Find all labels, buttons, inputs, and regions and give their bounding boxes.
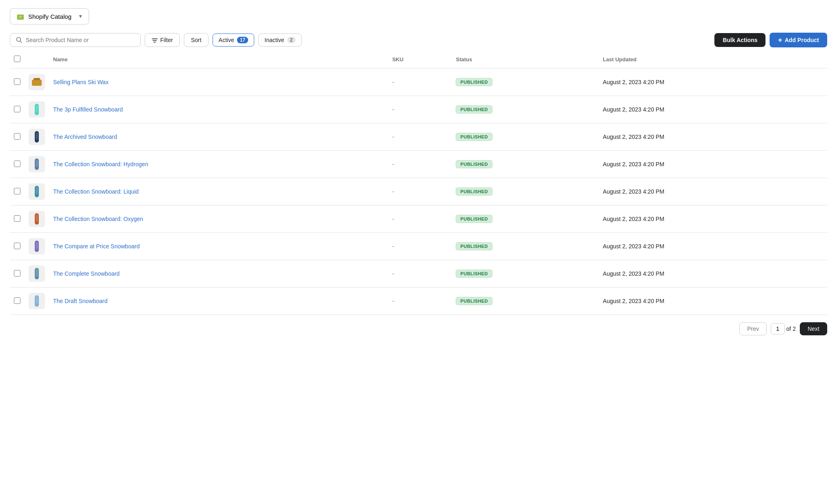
row-checkbox-1[interactable] xyxy=(14,106,20,112)
product-thumbnail xyxy=(29,293,45,309)
status-badge: PUBLISHED xyxy=(456,133,492,141)
row-checkbox-7[interactable] xyxy=(14,270,20,277)
sort-label: Sort xyxy=(191,37,201,43)
row-name[interactable]: The Compare at Price Snowboard xyxy=(49,233,388,260)
row-name[interactable]: The Collection Snowboard: Hydrogen xyxy=(49,151,388,178)
row-checkbox-4[interactable] xyxy=(14,188,20,194)
row-status: PUBLISHED xyxy=(452,123,599,151)
row-sku: - xyxy=(388,123,452,151)
product-thumbnail xyxy=(29,211,45,227)
row-thumb-cell xyxy=(25,96,49,123)
table-row: The Archived Snowboard - PUBLISHED Augus… xyxy=(10,123,827,151)
row-last-updated: August 2, 2023 4:20 PM xyxy=(599,69,827,96)
row-status: PUBLISHED xyxy=(452,151,599,178)
search-input[interactable] xyxy=(26,37,134,43)
row-name[interactable]: The Archived Snowboard xyxy=(49,123,388,151)
row-checkbox-cell[interactable] xyxy=(10,288,25,315)
svg-rect-0 xyxy=(17,14,24,20)
product-thumbnail xyxy=(29,74,45,90)
row-checkbox-cell[interactable] xyxy=(10,260,25,288)
inactive-tab[interactable]: Inactive 2 xyxy=(258,33,302,47)
bulk-actions-button[interactable]: Bulk Actions xyxy=(714,33,765,47)
table-row: The Draft Snowboard - PUBLISHED August 2… xyxy=(10,288,827,315)
svg-rect-23 xyxy=(36,297,38,304)
svg-rect-9 xyxy=(36,105,38,112)
row-status: PUBLISHED xyxy=(452,233,599,260)
row-sku: - xyxy=(388,178,452,205)
row-status: PUBLISHED xyxy=(452,288,599,315)
status-badge: PUBLISHED xyxy=(456,187,492,196)
row-checkbox-5[interactable] xyxy=(14,215,20,222)
catalog-selector[interactable]: Shopify Catalog ▼ xyxy=(10,8,89,25)
row-checkbox-3[interactable] xyxy=(14,161,20,167)
table-row: The Compare at Price Snowboard - PUBLISH… xyxy=(10,233,827,260)
row-checkbox-cell[interactable] xyxy=(10,205,25,233)
row-last-updated: August 2, 2023 4:20 PM xyxy=(599,151,827,178)
row-checkbox-cell[interactable] xyxy=(10,123,25,151)
row-last-updated: August 2, 2023 4:20 PM xyxy=(599,288,827,315)
row-sku: - xyxy=(388,69,452,96)
row-checkbox-cell[interactable] xyxy=(10,69,25,96)
chevron-down-icon: ▼ xyxy=(78,13,83,19)
col-last-updated: Last Updated xyxy=(599,51,827,69)
row-sku: - xyxy=(388,96,452,123)
row-name[interactable]: Selling Plans Ski Wax xyxy=(49,69,388,96)
row-last-updated: August 2, 2023 4:20 PM xyxy=(599,96,827,123)
row-thumb-cell xyxy=(25,123,49,151)
row-thumb-cell xyxy=(25,233,49,260)
inactive-tab-label: Inactive xyxy=(264,37,284,43)
row-sku: - xyxy=(388,260,452,288)
row-thumb-cell xyxy=(25,151,49,178)
svg-rect-6 xyxy=(32,80,42,86)
row-checkbox-cell[interactable] xyxy=(10,178,25,205)
next-button[interactable]: Next xyxy=(800,322,827,335)
svg-rect-17 xyxy=(36,214,38,222)
row-checkbox-cell[interactable] xyxy=(10,151,25,178)
table-row: The Collection Snowboard: Liquid - PUBLI… xyxy=(10,178,827,205)
row-thumb-cell xyxy=(25,69,49,96)
active-tab[interactable]: Active 17 xyxy=(213,33,254,47)
row-name[interactable]: The Collection Snowboard: Oxygen xyxy=(49,205,388,233)
sort-button[interactable]: Sort xyxy=(184,33,208,47)
row-name[interactable]: The 3p Fulfilled Snowboard xyxy=(49,96,388,123)
prev-button[interactable]: Prev xyxy=(739,322,767,335)
row-name[interactable]: The Complete Snowboard xyxy=(49,260,388,288)
table-row: The Collection Snowboard: Hydrogen - PUB… xyxy=(10,151,827,178)
svg-rect-21 xyxy=(36,269,38,277)
row-checkbox-2[interactable] xyxy=(14,133,20,140)
search-box[interactable] xyxy=(10,33,141,47)
row-last-updated: August 2, 2023 4:20 PM xyxy=(599,205,827,233)
row-checkbox-0[interactable] xyxy=(14,78,20,85)
row-checkbox-8[interactable] xyxy=(14,297,20,304)
table-row: The Complete Snowboard - PUBLISHED Augus… xyxy=(10,260,827,288)
product-thumbnail xyxy=(29,101,45,118)
filter-icon xyxy=(152,37,158,43)
row-checkbox-cell[interactable] xyxy=(10,96,25,123)
select-all-header[interactable] xyxy=(10,51,25,69)
filter-label: Filter xyxy=(160,37,173,43)
row-status: PUBLISHED xyxy=(452,205,599,233)
pagination: Prev of 2 Next xyxy=(10,315,827,337)
svg-line-2 xyxy=(20,41,22,43)
row-last-updated: August 2, 2023 4:20 PM xyxy=(599,233,827,260)
add-product-button[interactable]: + Add Product xyxy=(770,33,827,47)
filter-button[interactable]: Filter xyxy=(145,33,180,47)
row-checkbox-6[interactable] xyxy=(14,243,20,249)
total-pages: 2 xyxy=(792,326,796,332)
catalog-selector-label: Shopify Catalog xyxy=(28,13,72,20)
row-name[interactable]: The Collection Snowboard: Liquid xyxy=(49,178,388,205)
product-thumbnail xyxy=(29,265,45,282)
select-all-checkbox[interactable] xyxy=(14,56,20,62)
table-row: The 3p Fulfilled Snowboard - PUBLISHED A… xyxy=(10,96,827,123)
row-name[interactable]: The Draft Snowboard xyxy=(49,288,388,315)
row-sku: - xyxy=(388,233,452,260)
row-status: PUBLISHED xyxy=(452,69,599,96)
status-badge: PUBLISHED xyxy=(456,270,492,278)
shopify-bag-icon xyxy=(16,12,25,21)
svg-rect-15 xyxy=(36,187,38,194)
table-row: Selling Plans Ski Wax - PUBLISHED August… xyxy=(10,69,827,96)
product-thumbnail xyxy=(29,129,45,145)
row-sku: - xyxy=(388,205,452,233)
row-checkbox-cell[interactable] xyxy=(10,233,25,260)
page-input[interactable] xyxy=(771,323,785,335)
